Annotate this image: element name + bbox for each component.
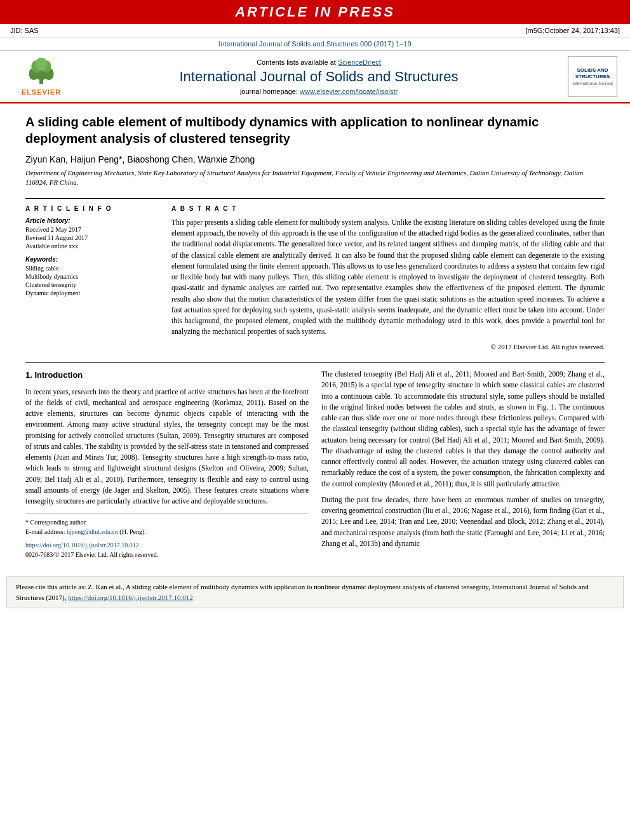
doi-link[interactable]: https://doi.org/10.1016/j.ijsolstr.2017.…: [25, 542, 139, 549]
homepage-prefix: journal homepage:: [240, 88, 300, 95]
section-divider: [25, 362, 605, 363]
section1-heading: Introduction: [34, 370, 83, 380]
meta-info: [m5G;October 24, 2017;13:43]: [525, 27, 620, 34]
banner-text: ARTICLE IN PRESS: [235, 4, 395, 20]
jid-label: JID: SAS: [10, 27, 39, 34]
abstract-heading: A B S T R A C T: [171, 205, 605, 212]
right-logo-subtitle: International Journal: [572, 81, 612, 86]
section1-title: 1. Introduction: [25, 369, 309, 382]
citation-doi-link[interactable]: https://doi.org/10.1016/j.ijsolstr.2017.…: [68, 594, 193, 601]
top-bar: JID: SAS [m5G;October 24, 2017;13:43]: [0, 24, 630, 37]
received-date: Received 2 May 2017: [25, 226, 159, 233]
elsevier-wordmark: ELSEVIER: [22, 88, 61, 96]
right-logo-title: SOLIDS AND STRUCTURES: [570, 67, 615, 79]
keyword-4: Dynamic deployment: [25, 290, 159, 297]
keyword-3: Clustered tensegrity: [25, 281, 159, 288]
sciencedirect-link[interactable]: ScienceDirect: [338, 58, 381, 66]
journal-right-logo: SOLIDS AND STRUCTURES International Jour…: [568, 56, 617, 97]
article-title: A sliding cable element of multibody dyn…: [25, 114, 605, 147]
journal-link-bar: International Journal of Solids and Stru…: [0, 37, 630, 51]
keywords-label: Keywords:: [25, 256, 159, 263]
journal-header: ELSEVIER Contents lists available at Sci…: [0, 51, 630, 103]
article-in-press-banner: ARTICLE IN PRESS: [0, 0, 630, 24]
authors: Ziyun Kan, Haijun Peng*, Biaoshong Chen,…: [25, 154, 605, 164]
abstract-body: This paper presents a sliding cable elem…: [171, 218, 605, 336]
abstract-column: A B S T R A C T This paper presents a sl…: [171, 205, 605, 352]
section1-col2-para2: During the past few decades, there have …: [321, 495, 605, 549]
journal-volume-link[interactable]: International Journal of Solids and Stru…: [218, 40, 411, 48]
available-online: Available online xxx: [25, 243, 159, 250]
body-section: 1. Introduction In recent years, researc…: [25, 369, 605, 559]
keyword-1: Sliding cable: [25, 265, 159, 272]
body-right-column: The clustered tensegrity (Bel Hadj Ali e…: [321, 369, 605, 559]
citation-bar: Please cite this article as: Z. Kan et a…: [6, 576, 624, 608]
contents-available-line: Contents lists available at ScienceDirec…: [70, 58, 568, 66]
elsevier-logo: ELSEVIER: [13, 58, 70, 96]
email-label: E-mail address:: [25, 528, 65, 535]
article-info-heading: A R T I C L E I N F O: [25, 205, 159, 212]
corresponding-author-note: * Corresponding author.: [25, 517, 309, 527]
svg-point-6: [36, 58, 47, 71]
keyword-2: Multibody dynamics: [25, 273, 159, 280]
journal-center-info: Contents lists available at ScienceDirec…: [70, 58, 568, 95]
article-info-abstract-section: A R T I C L E I N F O Article history: R…: [25, 198, 605, 352]
article-history-label: Article history:: [25, 217, 159, 224]
article-info-column: A R T I C L E I N F O Article history: R…: [25, 205, 159, 352]
issn-line: 0020-7683/© 2017 Elsevier Ltd. All right…: [25, 550, 309, 559]
email-line: E-mail address: hjpeng@dlut.edu.cn (H. P…: [25, 527, 309, 537]
abstract-text: This paper presents a sliding cable elem…: [171, 217, 605, 352]
copyright-notice: © 2017 Elsevier Ltd. All rights reserved…: [171, 342, 605, 352]
keywords-section: Keywords: Sliding cable Multibody dynami…: [25, 256, 159, 297]
footnote-area: * Corresponding author. E-mail address: …: [25, 513, 309, 559]
section1-col1-para1: In recent years, research into the theor…: [25, 387, 309, 507]
body-left-column: 1. Introduction In recent years, researc…: [25, 369, 309, 559]
doi-line: https://doi.org/10.1016/j.ijsolstr.2017.…: [25, 540, 309, 550]
homepage-link[interactable]: www.elsevier.com/locate/ijsolstr: [300, 88, 398, 95]
contents-prefix: Contents lists available at: [257, 58, 338, 66]
email-suffix: (H. Peng).: [119, 528, 145, 535]
journal-title: International Journal of Solids and Stru…: [70, 69, 568, 85]
main-content: A sliding cable element of multibody dyn…: [0, 103, 630, 570]
email-link[interactable]: hjpeng@dlut.edu.cn: [67, 528, 118, 535]
revised-date: Revised 31 August 2017: [25, 234, 159, 241]
section1-number: 1.: [25, 370, 32, 380]
affiliation: Department of Engineering Mechanics, Sta…: [25, 168, 605, 188]
homepage-line: journal homepage: www.elsevier.com/locat…: [70, 88, 568, 95]
section1-col2-para1: The clustered tensegrity (Bel Hadj Ali e…: [321, 369, 605, 490]
